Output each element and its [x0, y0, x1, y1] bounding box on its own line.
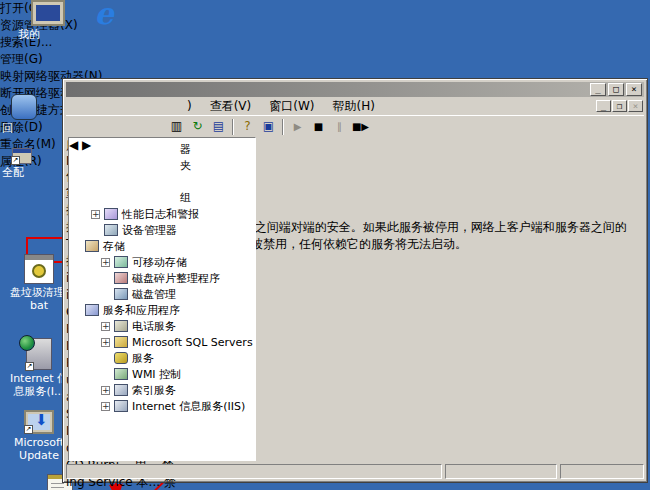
- tree-item-icon: [114, 272, 128, 284]
- globe-icon: [19, 335, 35, 351]
- security-config-icon: ↗: [12, 148, 32, 164]
- status-bar: [66, 464, 644, 479]
- tree-item-icon: [114, 368, 128, 380]
- maximize-button[interactable]: □: [608, 83, 624, 96]
- shortcut-arrow-icon: ↗: [25, 362, 34, 371]
- shortcut-arrow-icon: ↗: [11, 156, 20, 165]
- menu-partial: ): [178, 97, 201, 115]
- tree-item-icon: [114, 256, 128, 268]
- properties-icon[interactable]: ▥: [167, 118, 186, 136]
- tree-item-icon: [104, 224, 118, 236]
- show-console-tree-icon[interactable]: ▣: [259, 118, 278, 136]
- expand-plus-icon[interactable]: +: [101, 322, 110, 331]
- tree-item-icon: [114, 320, 128, 332]
- tree-item-icon: [114, 352, 128, 364]
- tree-item[interactable]: + 可移动存储: [70, 254, 254, 270]
- pause-service-icon[interactable]: ∥: [330, 118, 349, 136]
- tree-item[interactable]: + 索引服务: [70, 382, 254, 398]
- tree-item[interactable]: + 设备管理器: [70, 222, 254, 238]
- minimize-button[interactable]: _: [590, 83, 606, 96]
- desktop: 我的 e 回 ↗ 全配 盘垃圾清理. bat ↗ Internet 信 息服务(…: [0, 0, 650, 490]
- tree-item-icon: [114, 400, 128, 412]
- bat-file-icon: [24, 254, 54, 284]
- export-list-icon[interactable]: ▤: [209, 118, 228, 136]
- tree-item-icon: [104, 208, 118, 220]
- tree-item-fragment[interactable]: [70, 174, 254, 190]
- tree-item-icon: [114, 288, 128, 300]
- desktop-icon-internet-explorer[interactable]: e: [86, 0, 122, 32]
- tree-item[interactable]: + 性能日志和警报: [70, 206, 254, 222]
- tree-item[interactable]: + WMI 控制: [70, 366, 254, 382]
- tree-item[interactable]: + 服务和应用程序: [70, 302, 254, 318]
- help-icon[interactable]: ?: [238, 118, 257, 136]
- shortcut-arrow-icon: ↗: [24, 425, 33, 434]
- computer-management-window: _ □ × ) 查看(V) 窗口(W) 帮助(H) _ ❐ × ▥ ↻ ▤ ? …: [62, 78, 648, 483]
- context-menu-item[interactable]: 搜索(E)...: [0, 34, 650, 51]
- menu-window[interactable]: 窗口(W): [260, 96, 323, 117]
- close-button[interactable]: ×: [626, 83, 642, 96]
- refresh-icon[interactable]: ↻: [188, 118, 207, 136]
- expand-plus-icon[interactable]: +: [91, 210, 100, 219]
- tree-item[interactable]: + 电话服务: [70, 318, 254, 334]
- desktop-icon-security-config[interactable]: ↗ 全配: [2, 148, 42, 179]
- console-tree-pane: 器 夹 组 +: [68, 137, 256, 461]
- tree-item[interactable]: + Internet 信息服务(IIS): [70, 398, 254, 414]
- tree-item-icon: [114, 384, 128, 396]
- desktop-icon-documents[interactable]: 回: [2, 94, 46, 135]
- expand-plus-icon[interactable]: +: [101, 258, 110, 267]
- tree-item[interactable]: + 磁盘管理: [70, 286, 254, 302]
- toolbar: ▥ ↻ ▤ ? ▣ ▶ ■ ∥ ■▶: [66, 115, 644, 137]
- start-service-icon[interactable]: ▶: [288, 118, 307, 136]
- restart-service-icon[interactable]: ■▶: [351, 118, 370, 136]
- console-tree: 器 夹 组 +: [70, 139, 254, 443]
- tree-item[interactable]: + 服务: [70, 350, 254, 366]
- menu-view[interactable]: 查看(V): [201, 96, 261, 117]
- tree-item[interactable]: + 存储: [70, 238, 254, 254]
- menu-help[interactable]: 帮助(H): [324, 96, 384, 117]
- tree-item-fragment[interactable]: 器: [70, 142, 254, 158]
- console-main-area: 器 夹 组 +: [66, 137, 644, 461]
- expand-plus-icon[interactable]: +: [101, 338, 110, 347]
- mdi-minimize-button[interactable]: _: [596, 100, 611, 112]
- tree-item[interactable]: + Microsoft SQL Servers: [70, 334, 254, 350]
- expand-plus-icon[interactable]: +: [101, 402, 110, 411]
- my-computer-icon: [31, 0, 65, 26]
- tree-item-icon: [85, 304, 99, 316]
- tree-item-icon: [85, 240, 99, 252]
- tree-item[interactable]: + 磁盘碎片整理程序: [70, 270, 254, 286]
- stop-service-icon[interactable]: ■: [309, 118, 328, 136]
- expand-plus-icon[interactable]: +: [101, 386, 110, 395]
- mdi-restore-button[interactable]: ❐: [612, 100, 627, 112]
- menu-bar: ) 查看(V) 窗口(W) 帮助(H) _ ❐ ×: [66, 97, 644, 115]
- tree-item-fragment[interactable]: 夹: [70, 158, 254, 174]
- internet-explorer-icon: e: [89, 0, 119, 30]
- iis-server-icon: ↗: [26, 338, 52, 370]
- tree-item-fragment[interactable]: 组: [70, 190, 254, 206]
- desktop-icon-my-computer[interactable]: 我的: [18, 0, 78, 41]
- documents-icon: [11, 94, 37, 120]
- microsoft-update-icon: ⬇↗: [24, 410, 54, 434]
- tree-item-icon: [114, 336, 128, 348]
- mdi-close-button[interactable]: ×: [628, 100, 643, 112]
- context-menu-item[interactable]: 管理(G): [0, 51, 650, 68]
